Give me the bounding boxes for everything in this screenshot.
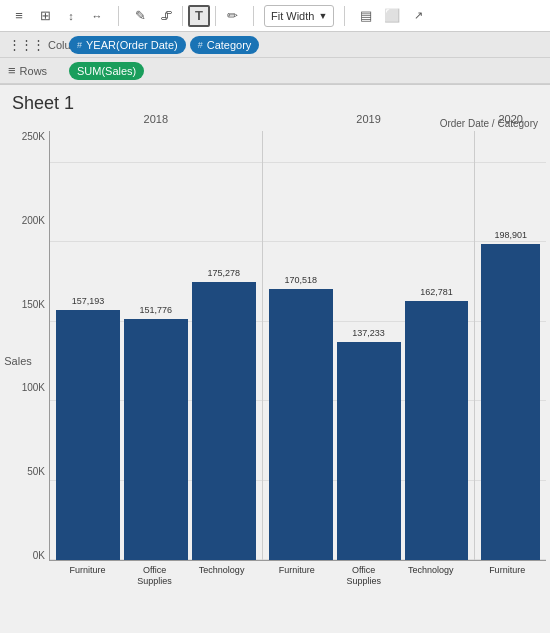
bar-2018-Technology: 175,278 bbox=[192, 282, 256, 560]
sep1 bbox=[118, 6, 119, 26]
y-ticks: 0K 50K 100K 150K 200K 250K bbox=[14, 131, 49, 561]
sort-asc-icon[interactable]: ↕ bbox=[60, 5, 82, 27]
sum-sales-pill[interactable]: SUM(Sales) bbox=[69, 62, 144, 80]
rows-text: Rows bbox=[20, 65, 48, 77]
screen-icon[interactable]: ⬜ bbox=[381, 5, 403, 27]
sep4 bbox=[253, 6, 254, 26]
bar-2018-Office
Supplies: 151,776 bbox=[124, 319, 188, 560]
sheet-title: Sheet 1 bbox=[12, 93, 538, 114]
year-group-2019: 2019170,518137,233162,781 bbox=[263, 131, 476, 560]
chart-wrapper: Sales 0K 50K 100K 150K 200K 250K 2018157… bbox=[4, 131, 546, 591]
bar-col-2018-2: 175,278 bbox=[192, 131, 256, 560]
sep3 bbox=[215, 6, 216, 26]
bar-2019-Technology: 162,781 bbox=[405, 301, 469, 560]
x-label-2018-0: Furniture bbox=[56, 565, 119, 588]
sep5 bbox=[344, 6, 345, 26]
bar-value-2019-2: 162,781 bbox=[420, 287, 453, 297]
bars-row-2018: 157,193151,776175,278 bbox=[50, 131, 262, 560]
bar-value-2018-0: 157,193 bbox=[72, 296, 105, 306]
bar-2018-Furniture: 157,193 bbox=[56, 310, 120, 560]
sheet-area: Sheet 1 bbox=[0, 85, 550, 114]
grid-icon[interactable]: ⊞ bbox=[34, 5, 56, 27]
calendar-icon: # bbox=[77, 40, 82, 50]
category-pill[interactable]: # Category bbox=[190, 36, 260, 54]
pencil-icon[interactable]: ✎ bbox=[129, 5, 151, 27]
category-label: Category bbox=[207, 39, 252, 51]
chart-plot: 2018157,193151,776175,2782019170,518137,… bbox=[49, 131, 546, 561]
year-group-2020: 2020198,901 bbox=[475, 131, 546, 560]
x-label-2019-0: Furniture bbox=[265, 565, 328, 588]
year-label-2018: 2018 bbox=[50, 113, 262, 125]
text-icon[interactable]: T bbox=[188, 5, 210, 27]
y-axis: Sales 0K 50K 100K 150K 200K 250K bbox=[4, 131, 49, 591]
year-groups: 2018157,193151,776175,2782019170,518137,… bbox=[50, 131, 546, 560]
bar-value-2020-0: 198,901 bbox=[494, 230, 527, 240]
toolbar-left-group: ≡ ⊞ ↕ ↔ bbox=[8, 5, 108, 27]
sep2 bbox=[182, 6, 183, 26]
bar-value-2018-1: 151,776 bbox=[140, 305, 173, 315]
bar-2020-Furniture: 198,901 bbox=[481, 244, 540, 560]
year-order-date-pill[interactable]: # YEAR(Order Date) bbox=[69, 36, 186, 54]
menu-icon[interactable]: ≡ bbox=[8, 5, 30, 27]
bars-row-2020: 198,901 bbox=[475, 131, 546, 560]
year-group-2018: 2018157,193151,776175,278 bbox=[50, 131, 263, 560]
bar-col-2018-0: 157,193 bbox=[56, 131, 120, 560]
bar-col-2018-1: 151,776 bbox=[124, 131, 188, 560]
year-order-date-label: YEAR(Order Date) bbox=[86, 39, 178, 51]
bars-row-2019: 170,518137,233162,781 bbox=[263, 131, 475, 560]
bar-value-2018-2: 175,278 bbox=[207, 268, 240, 278]
rows-shelf: ≡ Rows SUM(Sales) bbox=[0, 58, 550, 84]
y-tick-200k: 200K bbox=[14, 215, 49, 226]
y-tick-150k: 150K bbox=[14, 299, 49, 310]
x-label-group-2019: FurnitureOfficeSuppliesTechnology bbox=[259, 565, 468, 588]
sum-sales-label: SUM(Sales) bbox=[77, 65, 136, 77]
bar-col-2019-1: 137,233 bbox=[337, 131, 401, 560]
y-tick-0k: 0K bbox=[14, 550, 49, 561]
bar-value-2019-1: 137,233 bbox=[352, 328, 385, 338]
bar-col-2019-2: 162,781 bbox=[405, 131, 469, 560]
chart-container: Order Date / Category Sales 0K 50K 100K … bbox=[0, 118, 550, 591]
chart-type-icon[interactable]: ▤ bbox=[355, 5, 377, 27]
y-tick-100k: 100K bbox=[14, 382, 49, 393]
columns-shelf: ⋮⋮⋮ Columns # YEAR(Order Date) # Categor… bbox=[0, 32, 550, 58]
year-label-2020: 2020 bbox=[475, 113, 546, 125]
format-icon[interactable]: ✏ bbox=[221, 5, 243, 27]
dropdown-arrow-icon: ▼ bbox=[318, 11, 327, 21]
fit-width-dropdown[interactable]: Fit Width ▼ bbox=[264, 5, 334, 27]
fit-width-label: Fit Width bbox=[271, 10, 314, 22]
columns-label: ⋮⋮⋮ Columns bbox=[8, 37, 63, 52]
x-label-2020-0: Furniture bbox=[474, 565, 540, 588]
y-tick-250k: 250K bbox=[14, 131, 49, 142]
x-label-2019-1: OfficeSupplies bbox=[332, 565, 395, 588]
x-label-2018-2: Technology bbox=[190, 565, 253, 588]
x-label-group-2018: FurnitureOfficeSuppliesTechnology bbox=[50, 565, 259, 588]
rows-pills: SUM(Sales) bbox=[69, 62, 144, 80]
toolbar-text-group: ✎ 🖇 T ✏ bbox=[129, 5, 243, 27]
x-labels-row: FurnitureOfficeSuppliesTechnologyFurnitu… bbox=[50, 565, 546, 588]
bar-col-2020-0: 198,901 bbox=[481, 131, 540, 560]
columns-pills: # YEAR(Order Date) # Category bbox=[69, 36, 259, 54]
x-label-2019-2: Technology bbox=[399, 565, 462, 588]
year-label-2019: 2019 bbox=[263, 113, 475, 125]
y-tick-50k: 50K bbox=[14, 466, 49, 477]
bar-value-2019-0: 170,518 bbox=[284, 275, 317, 285]
bar-2019-Office
Supplies: 137,233 bbox=[337, 342, 401, 560]
category-icon: # bbox=[198, 40, 203, 50]
bar-col-2019-0: 170,518 bbox=[269, 131, 333, 560]
bar-2019-Furniture: 170,518 bbox=[269, 289, 333, 560]
x-label-group-2020: Furniture bbox=[468, 565, 546, 588]
sort-desc-icon[interactable]: ↔ bbox=[86, 5, 108, 27]
shelf-area: ⋮⋮⋮ Columns # YEAR(Order Date) # Categor… bbox=[0, 32, 550, 85]
paperclip-icon[interactable]: 🖇 bbox=[155, 5, 177, 27]
x-label-2018-1: OfficeSupplies bbox=[123, 565, 186, 588]
toolbar-right-group: ▤ ⬜ ↗ bbox=[355, 5, 429, 27]
rows-label: ≡ Rows bbox=[8, 63, 63, 78]
share-icon[interactable]: ↗ bbox=[407, 5, 429, 27]
toolbar: ≡ ⊞ ↕ ↔ ✎ 🖇 T ✏ Fit Width ▼ ▤ ⬜ ↗ bbox=[0, 0, 550, 32]
